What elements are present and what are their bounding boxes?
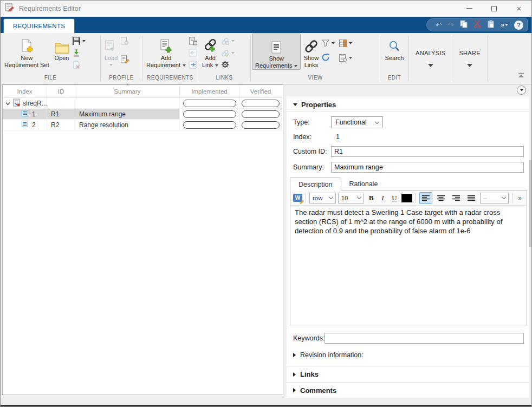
links-section-toggle[interactable]: Links	[287, 366, 530, 382]
keywords-field[interactable]	[325, 333, 524, 344]
new-requirement-set-button[interactable]: New Requirement Set	[2, 34, 52, 69]
add-link-button[interactable]: Add Link	[199, 34, 221, 69]
custom-id-field[interactable]	[331, 146, 524, 157]
title-bar: Requirements Editor ×	[1, 1, 531, 17]
save-button[interactable]	[72, 36, 86, 45]
customize-toolbar-button[interactable]: »	[501, 21, 508, 29]
tab-rationale[interactable]: Rationale	[341, 178, 386, 191]
column-header-implemented[interactable]: Implemented	[180, 85, 239, 97]
add-requirement-button[interactable]: Add Requirement	[144, 34, 189, 69]
expand-section-icon	[293, 372, 296, 377]
demote-requirement-button[interactable]	[189, 60, 198, 69]
section-view: Show Requirements Show Links	[251, 33, 380, 84]
column-header-index[interactable]: Index	[3, 85, 47, 97]
align-right-button[interactable]	[450, 192, 463, 204]
comments-section-toggle[interactable]: Comments	[287, 382, 530, 398]
columns-button[interactable]	[339, 38, 352, 48]
show-links-icon	[303, 35, 319, 55]
cut-button[interactable]	[473, 20, 481, 30]
bold-button[interactable]: B	[366, 193, 375, 204]
requirement-icon	[21, 109, 29, 119]
delete-requirement-button[interactable]	[189, 36, 198, 45]
column-header-id[interactable]: ID	[47, 85, 75, 97]
link-settings-button[interactable]	[221, 60, 235, 69]
chevron-down-icon	[328, 195, 333, 199]
italic-button[interactable]: I	[378, 193, 387, 204]
tree-collapse-icon[interactable]	[5, 100, 10, 107]
edit-profile-button[interactable]	[120, 55, 129, 64]
undo-button[interactable]: ↶	[436, 21, 442, 29]
column-header-verified[interactable]: Verified	[239, 85, 282, 97]
properties-section-header[interactable]: Properties	[287, 98, 530, 111]
share-gallery-button[interactable]: SHARE	[452, 33, 486, 84]
font-color-swatch[interactable]	[401, 194, 412, 202]
collapse-ribbon-button[interactable]	[517, 71, 525, 81]
search-button[interactable]: Search	[382, 34, 407, 62]
align-justify-button[interactable]	[465, 192, 478, 204]
help-button[interactable]: ?	[514, 21, 523, 30]
refresh-button[interactable]	[321, 52, 335, 62]
view-section-label: VIEW	[252, 75, 379, 84]
load-profile-button[interactable]: Load	[102, 34, 120, 66]
font-size-dropdown[interactable]: 10	[338, 193, 365, 204]
chevron-down-icon	[294, 65, 297, 67]
underline-button[interactable]: U	[390, 193, 399, 204]
document-list-icon	[339, 54, 347, 62]
overflow-button[interactable]: »	[516, 194, 524, 202]
font-family-dropdown[interactable]: row	[309, 193, 336, 204]
description-block: Description Rationale W row 10 B I	[290, 178, 527, 325]
table-row-requirement-1[interactable]: 1 R1 Maximum range	[3, 109, 283, 120]
section-profile: Load PROFILE	[101, 33, 142, 84]
minimize-button[interactable]	[457, 1, 482, 16]
requirement-index: 1	[32, 110, 36, 118]
word-wrap-icon[interactable]: W	[293, 194, 302, 202]
window-controls: ×	[457, 1, 531, 16]
delete-requirement-set-button[interactable]	[72, 60, 86, 69]
collapse-panel-button[interactable]	[517, 86, 526, 95]
refresh-icon	[321, 52, 330, 62]
delete-link-button[interactable]	[221, 36, 235, 45]
list-style-dropdown[interactable]: --	[480, 193, 509, 204]
view-small-buttons-2	[339, 34, 352, 62]
properties-scrollbar[interactable]	[529, 84, 531, 398]
chevron-down-icon	[357, 195, 361, 199]
analysis-gallery-button[interactable]: ANALYSIS	[409, 33, 452, 84]
requirement-id: R1	[47, 109, 75, 119]
align-center-button[interactable]	[434, 192, 447, 204]
folder-icon	[55, 35, 69, 55]
revision-information-toggle[interactable]: Revision information:	[293, 351, 530, 359]
show-req-label-1: Show	[269, 55, 284, 62]
filter-button[interactable]	[321, 38, 335, 48]
close-button[interactable]: ×	[507, 1, 531, 16]
table-row-requirement-2[interactable]: 2 R2 Range resolution	[3, 120, 283, 130]
tab-requirements[interactable]: REQUIREMENTS	[3, 18, 75, 33]
save-profile-button[interactable]	[120, 36, 129, 45]
open-button[interactable]: Open	[52, 34, 72, 62]
paste-button[interactable]	[487, 20, 495, 30]
scrollbar-thumb[interactable]	[529, 160, 531, 247]
promote-requirement-button[interactable]	[189, 48, 198, 57]
copy-button[interactable]	[460, 20, 468, 30]
verified-progress-bar	[242, 110, 280, 118]
show-links-button[interactable]: Show Links	[301, 34, 321, 69]
redo-button[interactable]: ↷	[448, 21, 455, 29]
align-left-button[interactable]	[419, 192, 432, 204]
tab-description[interactable]: Description	[290, 178, 341, 191]
report-view-button[interactable]	[339, 53, 352, 62]
keywords-row: Keywords:	[293, 333, 524, 344]
rich-text-editor: W row 10 B I U	[290, 190, 527, 325]
profile-section-label: PROFILE	[102, 75, 141, 84]
table-row-requirement-set[interactable]: slreqR...	[3, 98, 283, 109]
check-link-button[interactable]	[221, 48, 235, 57]
type-dropdown[interactable]: Functional	[331, 116, 383, 128]
panel-top-bar	[287, 84, 530, 96]
description-text[interactable]: The radar must detect a Swerling 1 Case …	[290, 206, 527, 325]
column-header-summary[interactable]: ^ Summary	[75, 85, 180, 97]
import-button[interactable]	[72, 48, 86, 57]
properties-form: Type: Functional Index: 1 Custom ID: Sum…	[287, 111, 530, 173]
maximize-button[interactable]	[482, 1, 507, 16]
requirement-id: R2	[47, 120, 75, 130]
show-requirements-button[interactable]: Show Requirements	[252, 34, 301, 70]
summary-field[interactable]	[331, 162, 524, 173]
comments-section-label: Comments	[300, 386, 336, 395]
